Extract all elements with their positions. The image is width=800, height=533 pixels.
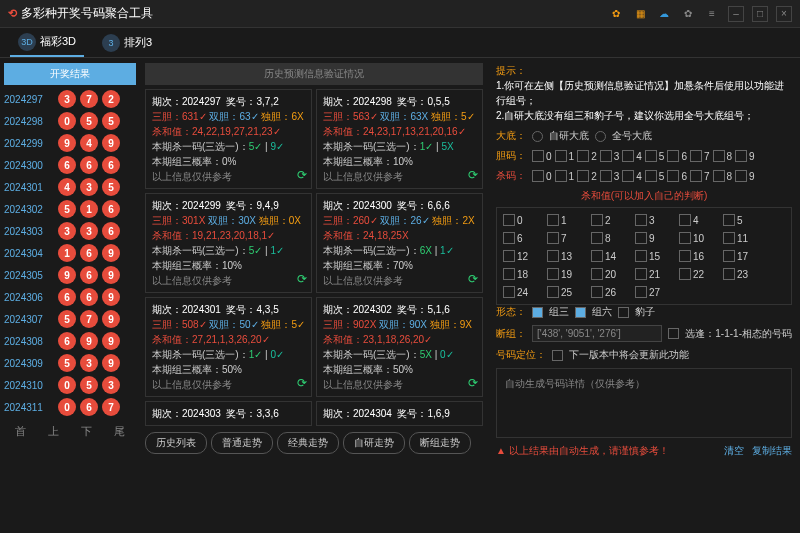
hezhi-checkbox[interactable] (635, 214, 647, 226)
hezhi-checkbox[interactable] (635, 286, 647, 298)
hezhi-checkbox[interactable] (503, 268, 515, 280)
digit-checkbox[interactable] (622, 150, 634, 162)
digit-checkbox[interactable] (555, 150, 567, 162)
hezhi-checkbox[interactable] (503, 286, 515, 298)
draw-row[interactable]: 2024310053 (4, 376, 136, 394)
refresh-icon[interactable]: ⟳ (297, 270, 307, 288)
hezhi-checkbox[interactable] (635, 268, 647, 280)
number-ball: 7 (80, 310, 98, 328)
settings-icon[interactable]: ✿ (680, 6, 696, 22)
hezhi-checkbox[interactable] (547, 268, 559, 280)
nav-next[interactable]: 下 (81, 424, 92, 439)
hezhi-checkbox[interactable] (723, 232, 735, 244)
maximize-icon[interactable]: □ (752, 6, 768, 22)
gear-icon[interactable]: ✿ (608, 6, 624, 22)
draw-row[interactable]: 2024297372 (4, 90, 136, 108)
digit-checkbox[interactable] (532, 170, 544, 182)
grid-icon[interactable]: ▦ (632, 6, 648, 22)
trend-button[interactable]: 历史列表 (145, 432, 207, 454)
digit-checkbox[interactable] (667, 170, 679, 182)
digit-checkbox[interactable] (645, 170, 657, 182)
copy-button[interactable]: 复制结果 (752, 445, 792, 456)
hezhi-checkbox[interactable] (547, 250, 559, 262)
clear-button[interactable]: 清空 (724, 445, 744, 456)
digit-checkbox[interactable] (555, 170, 567, 182)
draw-row[interactable]: 2024311067 (4, 398, 136, 416)
hezhi-checkbox[interactable] (723, 250, 735, 262)
digit-checkbox[interactable] (622, 170, 634, 182)
chk-dingwei[interactable] (552, 350, 563, 361)
draw-row[interactable]: 2024300666 (4, 156, 136, 174)
draw-row[interactable]: 2024298055 (4, 112, 136, 130)
draw-row[interactable]: 2024302516 (4, 200, 136, 218)
digit-checkbox[interactable] (600, 170, 612, 182)
hezhi-checkbox[interactable] (723, 214, 735, 226)
hezhi-checkbox[interactable] (503, 232, 515, 244)
menu-icon[interactable]: ≡ (704, 6, 720, 22)
radio-quanhao[interactable] (595, 131, 606, 142)
hezhi-checkbox[interactable] (503, 214, 515, 226)
hezhi-checkbox[interactable] (723, 268, 735, 280)
radio-ziyan[interactable] (532, 131, 543, 142)
trend-button[interactable]: 普通走势 (211, 432, 273, 454)
refresh-icon[interactable]: ⟳ (297, 374, 307, 392)
draw-row[interactable]: 2024299949 (4, 134, 136, 152)
digit-checkbox[interactable] (645, 150, 657, 162)
digit-checkbox[interactable] (532, 150, 544, 162)
refresh-icon[interactable]: ⟳ (297, 166, 307, 184)
hezhi-checkbox[interactable] (591, 268, 603, 280)
nav-prev[interactable]: 上 (48, 424, 59, 439)
digit-checkbox[interactable] (690, 150, 702, 162)
draw-row[interactable]: 2024308699 (4, 332, 136, 350)
hezhi-checkbox[interactable] (679, 232, 691, 244)
draw-row[interactable]: 2024306669 (4, 288, 136, 306)
refresh-icon[interactable]: ⟳ (468, 270, 478, 288)
hezhi-checkbox[interactable] (679, 214, 691, 226)
trend-button[interactable]: 自研走势 (343, 432, 405, 454)
refresh-icon[interactable]: ⟳ (468, 374, 478, 392)
refresh-icon[interactable]: ⟳ (468, 166, 478, 184)
digit-checkbox[interactable] (577, 150, 589, 162)
digit-checkbox[interactable] (713, 170, 725, 182)
hezhi-checkbox[interactable] (547, 232, 559, 244)
period-label: 2024310 (4, 380, 54, 391)
draw-row[interactable]: 2024303336 (4, 222, 136, 240)
digit-checkbox[interactable] (600, 150, 612, 162)
hezhi-checkbox[interactable] (635, 250, 647, 262)
draw-row[interactable]: 2024309539 (4, 354, 136, 372)
hezhi-checkbox[interactable] (679, 268, 691, 280)
trend-button[interactable]: 断组走势 (409, 432, 471, 454)
cloud-icon[interactable]: ☁ (656, 6, 672, 22)
tab-pailie3[interactable]: 3 排列3 (94, 30, 160, 56)
trend-button[interactable]: 经典走势 (277, 432, 339, 454)
chk-xuanfeng[interactable] (668, 328, 679, 339)
draw-row[interactable]: 2024307579 (4, 310, 136, 328)
hezhi-checkbox[interactable] (591, 232, 603, 244)
minimize-icon[interactable]: – (728, 6, 744, 22)
digit-checkbox[interactable] (713, 150, 725, 162)
hezhi-checkbox[interactable] (547, 286, 559, 298)
digit-checkbox[interactable] (735, 150, 747, 162)
chk-baozi[interactable] (618, 307, 629, 318)
hezhi-checkbox[interactable] (503, 250, 515, 262)
chk-zuliu[interactable] (575, 307, 586, 318)
close-icon[interactable]: × (776, 6, 792, 22)
digit-checkbox[interactable] (577, 170, 589, 182)
digit-checkbox[interactable] (690, 170, 702, 182)
chk-zusan[interactable] (532, 307, 543, 318)
draw-row[interactable]: 2024304169 (4, 244, 136, 262)
hezhi-checkbox[interactable] (679, 250, 691, 262)
hezhi-checkbox[interactable] (591, 286, 603, 298)
digit-checkbox[interactable] (667, 150, 679, 162)
draw-row[interactable]: 2024301435 (4, 178, 136, 196)
hezhi-checkbox[interactable] (591, 214, 603, 226)
nav-first[interactable]: 首 (15, 424, 26, 439)
nav-last[interactable]: 尾 (114, 424, 125, 439)
tab-fucai3d[interactable]: 3D 福彩3D (10, 29, 84, 57)
digit-checkbox[interactable] (735, 170, 747, 182)
hezhi-checkbox[interactable] (547, 214, 559, 226)
duanzu-input[interactable]: ['438', '9051', '276'] (532, 325, 662, 342)
draw-row[interactable]: 2024305969 (4, 266, 136, 284)
hezhi-checkbox[interactable] (591, 250, 603, 262)
hezhi-checkbox[interactable] (635, 232, 647, 244)
